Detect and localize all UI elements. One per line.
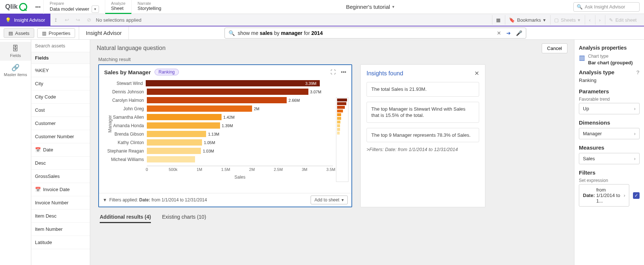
insights-filter-note: >Filters: Date: from 1/1/2014 to 12/31/2… xyxy=(367,147,479,152)
next-sheet-button[interactable]: › xyxy=(595,15,604,25)
nav-narrate[interactable]: Narrate Storytelling xyxy=(131,0,167,14)
filter-checkbox[interactable]: ✓ xyxy=(633,192,640,199)
ask-insight-input[interactable]: 🔍 Ask Insight Advisor xyxy=(573,2,640,12)
bar[interactable] xyxy=(147,122,220,129)
selections-status: No selections applied xyxy=(96,17,142,23)
bar-row[interactable]: Stewart Wind3.39M xyxy=(147,79,333,87)
field-item[interactable]: City Code xyxy=(31,90,90,104)
x-tick: 2.5M xyxy=(274,167,283,172)
bar-row[interactable]: Brenda Gibson1.13M xyxy=(147,130,333,138)
bar-row[interactable]: Micheal Williams xyxy=(147,155,333,164)
insight-item[interactable]: The total Sales is 21.93M. xyxy=(367,82,479,97)
chart-card: Sales by Manager Ranking ⛶ ••• Manager S… xyxy=(98,64,352,207)
microphone-icon[interactable]: 🎤 xyxy=(516,30,522,36)
help-icon[interactable]: ? xyxy=(636,69,640,75)
brand-logo[interactable]: Qlik xyxy=(0,3,32,11)
bar[interactable] xyxy=(146,80,320,86)
bar-row[interactable]: Kathy Clinton1.05M xyxy=(147,138,333,147)
nlq-search-input[interactable]: 🔍 show me sales by manager for 2014 ✕ ➔ … xyxy=(224,28,526,39)
bar-value-label: 1.39M xyxy=(220,123,233,128)
leftnav-master-items[interactable]: 🔗Master items xyxy=(0,61,31,80)
clear-icon[interactable]: ✕ xyxy=(497,30,501,36)
edit-sheet-button[interactable]: ✎Edit sheet xyxy=(605,15,640,25)
filter-icon: ▼ xyxy=(103,197,107,203)
insight-item[interactable]: The top 9 Manager represents 78.3% of Sa… xyxy=(367,128,479,143)
measure-pill[interactable]: Sales› xyxy=(579,153,640,164)
field-item[interactable]: GrossSales xyxy=(31,170,90,183)
cancel-button[interactable]: Cancel xyxy=(542,43,567,53)
bar[interactable] xyxy=(147,89,308,95)
bar[interactable] xyxy=(147,114,222,120)
field-item[interactable]: 📅Date xyxy=(31,143,90,157)
chevron-down-icon[interactable]: ▾ xyxy=(92,6,99,13)
field-item[interactable]: Cost xyxy=(31,104,90,117)
bar-row[interactable]: John Greg2M xyxy=(147,104,333,113)
field-item[interactable]: Latitude xyxy=(31,236,90,249)
field-item[interactable]: Customer Number xyxy=(31,130,90,143)
bar-chart-icon: ▥ xyxy=(579,54,585,62)
chart-title: Sales by Manager xyxy=(104,69,151,75)
bar-row[interactable]: Dennis Johnson3.07M xyxy=(147,87,333,96)
field-item[interactable]: Customer xyxy=(31,117,90,130)
step-forward-icon: ↪ xyxy=(72,17,84,23)
filter-pill[interactable]: Date: from 1/1/2014 to 1...› xyxy=(579,184,629,207)
bar[interactable] xyxy=(147,156,195,162)
field-item[interactable]: 📅Invoice Date xyxy=(31,183,90,196)
x-tick: 3.5M xyxy=(326,167,335,172)
more-icon[interactable]: ••• xyxy=(341,69,346,75)
prev-sheet-button[interactable]: ‹ xyxy=(585,15,594,25)
field-item[interactable]: Item Desc xyxy=(31,210,90,223)
pencil-icon: ✎ xyxy=(609,17,613,23)
chart-minimap[interactable] xyxy=(336,97,348,182)
bar-category-label: Micheal Williams xyxy=(99,157,147,162)
bar-row[interactable]: Carolyn Halmon2.66M xyxy=(147,96,333,104)
insight-item[interactable]: The top Manager is Stewart Wind with Sal… xyxy=(367,102,479,123)
field-item[interactable]: Desc xyxy=(31,157,90,170)
bar[interactable] xyxy=(147,148,201,154)
assets-header: Fields xyxy=(31,52,90,64)
close-icon[interactable]: ✕ xyxy=(474,70,479,77)
search-assets-input[interactable] xyxy=(31,40,90,52)
field-item[interactable]: Invoice Number xyxy=(31,196,90,210)
nav-prepare[interactable]: Prepare Data model viewer▾ xyxy=(43,0,105,14)
calendar-icon: 📅 xyxy=(35,187,41,192)
properties-panel-button[interactable]: ▥Properties xyxy=(37,28,75,38)
analysis-type-header: Analysis type? xyxy=(579,69,640,75)
insight-advisor-button[interactable]: 💡 Insight Advisor xyxy=(0,14,50,26)
fullscreen-icon[interactable]: ⛶ xyxy=(330,69,336,75)
sheets-menu[interactable]: ▢Sheets ▾ xyxy=(550,15,584,25)
assets-panel-button[interactable]: ▤Assets xyxy=(4,28,34,38)
add-to-sheet-button[interactable]: Add to sheet▾ xyxy=(311,196,348,204)
favorable-trend-select[interactable]: Up› xyxy=(579,103,640,114)
chevron-right-icon: › xyxy=(634,106,636,111)
analysis-badge: Ranking xyxy=(155,69,179,75)
bar-row[interactable]: Stephanie Reagan1.03M xyxy=(147,147,333,155)
grid-view-icon[interactable]: ▦ xyxy=(492,15,504,25)
field-item[interactable]: %KEY xyxy=(31,64,90,77)
bar[interactable] xyxy=(147,105,252,112)
app-title[interactable]: Beginner's tutorial ▾ xyxy=(167,4,573,10)
insights-panel: Insights found✕ The total Sales is 21.93… xyxy=(360,64,485,207)
tab-existing-charts[interactable]: Existing charts (10) xyxy=(162,214,206,223)
bar[interactable] xyxy=(147,131,206,137)
bar[interactable] xyxy=(147,97,287,103)
bar-row[interactable]: Amanda Honda1.39M xyxy=(147,121,333,130)
x-tick: 0 xyxy=(146,167,148,172)
tab-additional-results[interactable]: Additional results (4) xyxy=(100,214,151,223)
props-title: Analysis properties xyxy=(579,45,640,51)
x-tick: 2M xyxy=(249,167,255,172)
bar-category-label: Dennis Johnson xyxy=(99,89,147,94)
bookmarks-menu[interactable]: 🔖Bookmarks ▾ xyxy=(505,15,549,25)
field-item[interactable]: Item Number xyxy=(31,223,90,236)
leftnav-fields[interactable]: 🗄Fields xyxy=(0,42,31,61)
search-icon: 🔍 xyxy=(577,4,583,10)
field-item[interactable]: City xyxy=(31,77,90,90)
dimension-pill[interactable]: Manager› xyxy=(579,128,640,139)
smart-search-icon[interactable]: ⟟ xyxy=(50,17,61,23)
bar-row[interactable]: Samantha Allen1.42M xyxy=(147,113,333,121)
bar-value-label: 3.39M xyxy=(303,81,316,86)
more-menu-icon[interactable]: ••• xyxy=(32,4,43,10)
nav-analyze[interactable]: Analyze Sheet xyxy=(105,0,131,14)
bar[interactable] xyxy=(147,139,202,146)
submit-arrow-icon[interactable]: ➔ xyxy=(506,30,511,36)
